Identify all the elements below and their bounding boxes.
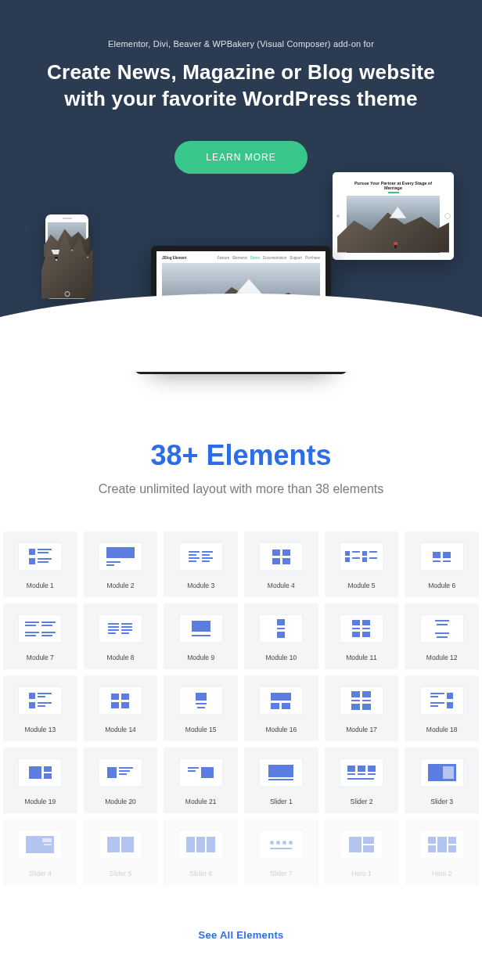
element-card-label: Module 8 — [107, 654, 135, 661]
element-thumb-icon — [99, 614, 142, 643]
element-thumb-icon — [179, 614, 223, 643]
element-card[interactable]: Module 7 — [3, 603, 77, 669]
element-card[interactable]: Slider 6 — [164, 820, 238, 885]
hero-subtitle: Elementor, Divi, Beaver & WPBakery (Visu… — [39, 39, 443, 49]
element-card-label: Module 15 — [185, 726, 217, 733]
element-thumb-icon — [179, 758, 223, 787]
elements-subtitle: Create unlimited layout with more than 3… — [0, 480, 482, 499]
element-thumb-icon — [420, 542, 464, 571]
element-card[interactable]: Module 15 — [164, 676, 238, 741]
element-card-label: Module 17 — [346, 726, 377, 733]
element-thumb-icon — [420, 686, 464, 715]
element-card[interactable]: Module 11 — [325, 603, 399, 669]
element-card[interactable]: Slider 1 — [244, 748, 318, 813]
element-card-label: Module 21 — [185, 798, 217, 805]
element-thumb-icon — [420, 830, 464, 859]
element-card[interactable]: Module 16 — [244, 676, 318, 741]
laptop-nav: FeatureElementsDemoDocumentationSupportP… — [214, 256, 320, 260]
element-card-label: Slider 7 — [270, 870, 293, 877]
element-card[interactable]: Slider 5 — [84, 820, 158, 885]
element-thumb-icon — [340, 830, 383, 859]
element-card-label: Slider 6 — [189, 870, 212, 877]
element-card-label: Module 13 — [24, 726, 56, 733]
element-thumb-icon — [259, 830, 303, 859]
see-all-container: See All Elements — [0, 893, 482, 980]
element-card[interactable]: Module 9 — [164, 603, 238, 669]
element-card[interactable]: Module 2 — [84, 531, 158, 597]
element-thumb-icon — [18, 614, 62, 643]
element-card[interactable]: Hero 2 — [405, 820, 479, 885]
learn-more-button[interactable]: LEARN MORE — [174, 141, 307, 174]
element-card[interactable]: Module 8 — [84, 603, 158, 669]
element-card[interactable]: Module 10 — [244, 603, 318, 669]
element-card[interactable]: Module 19 — [3, 748, 77, 813]
element-thumb-icon — [340, 758, 383, 787]
element-card-label: Slider 1 — [270, 798, 293, 805]
element-thumb-icon — [259, 614, 303, 643]
element-thumb-icon — [179, 830, 223, 859]
element-card-label: Slider 5 — [110, 870, 132, 877]
element-thumb-icon — [99, 830, 142, 859]
element-card-label: Slider 2 — [351, 798, 373, 805]
element-card[interactable]: Slider 7 — [244, 820, 318, 885]
element-thumb-icon — [340, 542, 383, 571]
tablet-mockup: Pursue Your Partner at Every Stage of Ma… — [333, 172, 454, 260]
element-thumb-icon — [340, 686, 383, 715]
element-card-label: Module 16 — [265, 726, 297, 733]
element-thumb-icon — [259, 758, 303, 787]
element-card-label: Module 5 — [348, 582, 376, 589]
element-card-label: Module 20 — [105, 798, 136, 805]
see-all-link[interactable]: See All Elements — [198, 929, 283, 941]
element-card-label: Slider 4 — [29, 870, 52, 877]
elements-section: 38+ Elements Create unlimited layout wit… — [0, 395, 482, 893]
element-thumb-icon — [18, 830, 62, 859]
element-card-label: Module 12 — [426, 654, 458, 661]
element-thumb-icon — [259, 542, 303, 571]
hero-title: Create News, Magazine or Blog website wi… — [39, 59, 443, 113]
element-card-label: Module 1 — [27, 582, 54, 589]
element-card[interactable]: Module 4 — [244, 531, 318, 597]
element-card-label: Hero 1 — [351, 870, 372, 877]
element-card-label: Module 2 — [107, 582, 135, 589]
element-thumb-icon — [420, 758, 464, 787]
element-card-label: Module 7 — [27, 654, 54, 661]
element-card-label: Module 10 — [265, 654, 297, 661]
element-card[interactable]: Module 20 — [84, 748, 158, 813]
element-card[interactable]: Hero 1 — [325, 820, 399, 885]
element-card[interactable]: Module 1 — [3, 531, 77, 597]
element-card[interactable]: Module 17 — [325, 676, 399, 741]
laptop-logo: JBlog Element — [162, 256, 186, 260]
elements-title: 38+ Elements — [0, 439, 482, 472]
element-card-label: Module 14 — [105, 726, 136, 733]
element-card[interactable]: Slider 3 — [405, 748, 479, 813]
element-card-label: Hero 2 — [432, 870, 452, 877]
element-card[interactable]: Module 12 — [405, 603, 479, 669]
element-thumb-icon — [99, 758, 142, 787]
element-card-label: Module 9 — [187, 654, 214, 661]
element-thumb-icon — [259, 686, 303, 715]
element-thumb-icon — [18, 542, 62, 571]
element-card[interactable]: Module 18 — [405, 676, 479, 741]
element-card[interactable]: Slider 4 — [3, 820, 77, 885]
element-card[interactable]: Module 14 — [84, 676, 158, 741]
element-card-label: Module 19 — [24, 798, 56, 805]
element-thumb-icon — [18, 758, 62, 787]
element-card-label: Module 3 — [187, 582, 214, 589]
element-card[interactable]: Module 5 — [325, 531, 399, 597]
elements-grid: Module 1Module 2 Module 3Module 4 Module… — [0, 531, 482, 885]
element-card[interactable]: Module 13 — [3, 676, 77, 741]
element-thumb-icon — [420, 614, 464, 643]
element-card-label: Slider 3 — [430, 798, 453, 805]
tablet-caption: Pursue Your Partner at Every Stage of Ma… — [347, 181, 440, 190]
curve-separator — [0, 340, 482, 372]
element-card-label: Module 11 — [346, 654, 377, 661]
element-card-label: Module 18 — [426, 726, 458, 733]
element-card[interactable]: Module 3 — [164, 531, 238, 597]
element-thumb-icon — [179, 686, 223, 715]
element-thumb-icon — [18, 686, 62, 715]
element-card-label: Module 4 — [268, 582, 295, 589]
element-card[interactable]: Module 21 — [164, 748, 238, 813]
element-card[interactable]: Slider 2 — [325, 748, 399, 813]
element-card[interactable]: Module 6 — [405, 531, 479, 597]
element-thumb-icon — [99, 542, 142, 571]
